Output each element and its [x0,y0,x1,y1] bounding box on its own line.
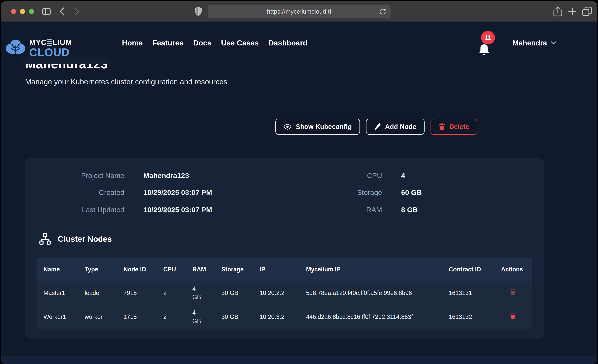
footer-strip [1,356,597,364]
browser-toolbar: https://myceliumcloud.tf [1,1,597,22]
cell-cpu: 2 [157,305,186,329]
back-button[interactable] [59,7,65,16]
col-cpu: CPU [157,258,186,281]
col-name: Name [37,258,78,281]
ram-value: 8 GB [401,204,418,216]
cell-name: Master1 [37,281,78,305]
table-row-worker1: Worker1 worker 1715 2 4 GB 30 GB 10.20.3… [37,305,532,329]
last-updated-value: 10/29/2025 03:07 PM [143,204,212,216]
delete-label: Delete [449,123,469,130]
user-menu[interactable]: Mahendra [513,22,556,64]
col-ip: IP [253,258,299,281]
user-name: Mahendra [513,39,547,47]
main-navigation: Home Features Docs Use Cases Dashboard [122,22,307,64]
delete-node-trash-icon[interactable] [510,312,516,319]
cell-cpu: 2 [157,281,186,305]
cell-ip: 10.20.2.2 [253,281,299,305]
forward-button[interactable] [74,7,80,16]
cell-mycelium-ip: 5d8:78ea:a120:f40c:ff0f:a5fe:99e6:8b96 [299,281,442,305]
window-controls [11,9,34,14]
brand-wordmark: MYC LIUM CLOUD [29,39,72,58]
cluster-nodes-table: Name Type Node ID CPU RAM Storage IP Myc… [37,258,532,329]
notification-bell-icon [479,44,490,57]
storage-label: Storage [306,186,382,199]
col-contract-id: Contract ID [442,258,494,281]
new-tab-plus-icon[interactable] [568,7,577,16]
delete-cluster-button[interactable]: Delete [431,119,477,135]
cell-ip: 10.20.3.2 [253,305,299,329]
notification-count-badge: 11 [481,31,495,44]
eye-icon [283,124,291,130]
cluster-nodes-title: Cluster Nodes [58,234,112,244]
page-content: Mahendra123 Manage your Kubernetes clust… [1,22,597,364]
cluster-nodes-header: Cluster Nodes [39,233,112,245]
cpu-value: 4 [401,170,405,182]
add-node-button[interactable]: Add Node [366,119,424,135]
brand-myc: MYC [29,39,47,46]
site-navbar: MYC LIUM CLOUD Home Features Docs Use Ca… [1,22,597,64]
cell-node-id: 7915 [117,281,157,305]
col-node-id: Node ID [117,258,157,281]
add-node-label: Add Node [385,123,416,130]
cell-type: leader [78,281,117,305]
nav-link-docs[interactable]: Docs [193,39,211,47]
mycelium-cloud-logo-icon [5,38,26,58]
cell-actions [494,281,532,305]
col-mycelium-ip: Mycelium IP [299,258,442,281]
brand-e-bars-icon [47,39,52,46]
table-header-row: Name Type Node ID CPU RAM Storage IP Myc… [37,258,532,281]
cell-ram: 4 GB [186,305,215,329]
col-actions: Actions [494,258,532,281]
chevron-down-icon [551,41,556,45]
cell-contract-id: 1613132 [442,305,494,329]
delete-node-trash-icon[interactable] [510,288,516,295]
col-ram: RAM [186,258,215,281]
show-kubeconfig-button[interactable]: Show Kubeconfig [275,119,360,135]
cell-type: worker [78,305,117,329]
project-name-label: Project Name [48,170,124,182]
reload-icon[interactable] [379,8,386,16]
cell-storage: 30 GB [215,281,253,305]
trash-icon [439,123,445,130]
cell-actions [494,305,532,329]
share-icon[interactable] [553,6,562,17]
url-text: https://myceliumcloud.tf [267,8,331,15]
nav-link-dashboard[interactable]: Dashboard [268,39,307,47]
cluster-actions: Show Kubeconfig Add Node [275,119,477,135]
minimize-window-button[interactable] [20,9,25,14]
address-bar[interactable]: https://myceliumcloud.tf [208,5,390,18]
pencil-icon [374,123,381,130]
table-row-master1: Master1 leader 7915 2 4 GB 30 GB 10.20.2… [37,281,532,305]
cluster-info-card: Project Name Mahendra123 Created 10/29/2… [25,158,544,339]
col-type: Type [78,258,117,281]
cell-ram: 4 GB [186,281,215,305]
created-value: 10/29/2025 03:07 PM [143,186,212,199]
ram-label: RAM [306,204,382,216]
sidebar-toggle-icon[interactable] [42,8,51,15]
page-subtitle: Manage your Kubernetes cluster configura… [25,77,227,86]
project-name-value: Mahendra123 [143,170,189,182]
browser-window: https://myceliumcloud.tf [1,1,597,364]
created-label: Created [48,186,124,199]
notifications-button[interactable]: 11 [479,22,498,64]
brand-lium: LIUM [53,39,72,46]
privacy-shield-icon[interactable] [195,7,202,16]
tab-overview-icon[interactable] [582,7,592,16]
show-kubeconfig-label: Show Kubeconfig [296,123,352,130]
cell-storage: 30 GB [215,305,253,329]
nav-link-home[interactable]: Home [122,39,143,47]
last-updated-label: Last Updated [48,204,124,216]
zoom-window-button[interactable] [29,9,34,14]
cell-contract-id: 1613131 [442,281,494,305]
close-window-button[interactable] [11,9,16,14]
col-storage: Storage [215,258,253,281]
nav-link-features[interactable]: Features [152,39,183,47]
brand-cloud: CLOUD [29,47,72,58]
cpu-label: CPU [306,170,382,182]
cell-name: Worker1 [37,305,78,329]
cell-mycelium-ip: 446:d2a6:8bcd:8c16:ff0f:72e2:3114:863f [299,305,442,329]
nav-link-use-cases[interactable]: Use Cases [221,39,259,47]
cluster-network-icon [39,233,51,245]
cell-node-id: 1715 [117,305,157,329]
brand-logo[interactable]: MYC LIUM CLOUD [5,38,72,58]
